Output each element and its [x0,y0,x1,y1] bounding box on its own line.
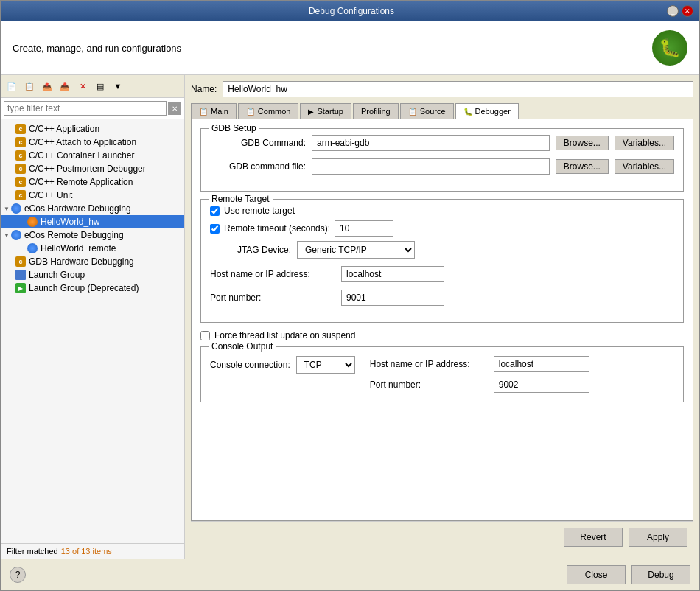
tree-item-launch-group-dep[interactable]: ▶ Launch Group (Deprecated) [1,281,184,295]
console-output-label: Console Output [209,341,276,352]
launch-green-icon: ▶ [15,283,26,293]
c-icon: c [15,177,26,187]
force-thread-row: Force thread list update on suspend [200,330,684,340]
filter-input[interactable] [4,101,167,116]
new-config-button[interactable]: 📄 [4,78,20,94]
tree-item-cpp-container[interactable]: c C/C++ Container Launcher [1,149,184,162]
debug-icon: 🐛 [652,30,687,66]
duplicate-config-button[interactable]: 📋 [21,78,38,94]
tab-main-icon: 📋 [199,108,208,116]
port-input[interactable] [341,290,444,306]
window-title: Debug Configurations [36,6,667,16]
delete-config-button[interactable]: ✕ [74,78,91,94]
minimize-button[interactable]: _ [667,5,679,17]
remote-target-label: Remote Target [209,194,273,204]
gdb-file-browse-button[interactable]: Browse... [556,159,609,174]
close-button[interactable]: Close [567,565,626,584]
force-thread-checkbox[interactable] [200,331,210,340]
collapse-button[interactable]: ▤ [92,78,108,94]
tree-item-helloworld-hw[interactable]: HelloWorld_hw [1,215,184,228]
tree-item-launch-group[interactable]: Launch Group [1,268,184,281]
console-connection-select[interactable]: TCP UDP [296,356,355,374]
tab-startup-label: Startup [317,107,343,116]
tab-source[interactable]: 📋 Source [400,103,454,119]
tree-item-cpp-app[interactable]: c C/C++ Application [1,122,184,136]
host-input[interactable] [341,266,444,282]
tree-item-label: eCos Hardware Debugging [24,203,131,214]
remote-timeout-label: Remote timeout (seconds): [224,223,330,234]
debug-button[interactable]: Debug [631,565,690,584]
tab-source-icon: 📋 [408,108,417,116]
console-port-input[interactable] [494,377,589,393]
name-row: Name: [191,81,693,97]
use-remote-row: Use remote target [210,206,674,216]
console-connection-label: Console connection: [210,360,290,370]
right-panel: Name: 📋 Main 📋 Common ▶ Startup Pr [185,75,699,559]
gdb-command-label: GDB Command: [210,138,306,148]
tree-item-cpp-remote[interactable]: c C/C++ Remote Application [1,175,184,189]
export-config-button[interactable]: 📤 [39,78,55,94]
console-host-input[interactable] [494,356,589,372]
tab-startup-icon: ▶ [308,108,314,116]
tree-item-label: C/C++ Container Launcher [29,150,134,161]
port-label: Port number: [210,293,335,303]
config-name-input[interactable] [223,81,693,97]
c-icon: c [15,137,26,147]
close-window-button[interactable]: ✕ [682,5,693,17]
help-button[interactable]: ? [10,567,26,583]
apply-button[interactable]: Apply [629,528,687,547]
name-label: Name: [191,84,217,94]
dialog-footer: ? Close Debug [1,559,699,590]
tree-item-gdb-hw[interactable]: c GDB Hardware Debugging [1,255,184,268]
gdb-file-variables-button[interactable]: Variables... [615,159,674,174]
remote-timeout-row: Remote timeout (seconds): [210,220,674,237]
tree-item-ecos-hw[interactable]: ▼ eCos Hardware Debugging [1,202,184,215]
use-remote-checkbox[interactable] [210,206,220,216]
gdb-variables-button[interactable]: Variables... [615,136,674,150]
console-host-label: Host name or IP address: [370,359,488,369]
gdb-file-label: GDB command file: [210,161,306,172]
filter-matched-count: 13 of 13 items [61,547,112,556]
tab-common[interactable]: 📋 Common [238,103,299,119]
tree-item-ecos-remote[interactable]: ▼ eCos Remote Debugging [1,228,184,242]
expand-icon: ▼ [4,232,10,239]
tab-startup[interactable]: ▶ Startup [300,103,351,119]
import-config-button[interactable]: 📥 [57,78,73,94]
tab-main[interactable]: 📋 Main [191,103,237,119]
filter-clear-button[interactable]: ✕ [168,102,181,115]
config-toolbar: 📄 📋 📤 📥 ✕ ▤ ▼ [1,75,184,98]
bug-blue-icon [27,243,38,253]
c-icon: c [15,256,26,267]
console-port-label: Port number: [370,380,488,390]
tree-item-helloworld-remote[interactable]: HelloWorld_remote [1,242,184,255]
tree-item-cpp-attach[interactable]: c C/C++ Attach to Application [1,136,184,149]
host-row: Host name or IP address: [210,266,674,282]
tree-item-cpp-postmortem[interactable]: c C/C++ Postmortem Debugger [1,162,184,175]
port-row: Port number: [210,290,674,306]
revert-button[interactable]: Revert [564,528,623,547]
tab-debugger-label: Debugger [475,107,511,116]
tree-item-cpp-unit[interactable]: c C/C++ Unit [1,189,184,202]
remote-target-group: Remote Target Use remote target Remote t… [200,199,684,323]
gdb-command-input[interactable] [312,135,550,151]
remote-timeout-checkbox[interactable] [210,224,220,234]
gdb-file-input[interactable] [312,158,550,175]
jtag-select[interactable]: Generic TCP/IP OpenOCD [297,241,415,259]
tree-item-label: eCos Remote Debugging [24,230,124,240]
title-bar-buttons: _ ✕ [667,5,693,17]
gdb-command-row: GDB Command: Browse... Variables... [210,135,674,151]
gdb-browse-button[interactable]: Browse... [556,136,609,150]
c-icon: c [15,164,26,174]
tab-debugger[interactable]: 🐛 Debugger [455,103,519,119]
config-tree: c C/C++ Application c C/C++ Attach to Ap… [1,119,184,543]
tab-profiling[interactable]: Profiling [353,103,399,119]
remote-timeout-input[interactable] [335,220,393,237]
title-bar: Debug Configurations _ ✕ [1,1,699,21]
menu-button[interactable]: ▼ [110,78,126,94]
tree-item-label: Launch Group (Deprecated) [29,283,139,293]
dialog-body: 📄 📋 📤 📥 ✕ ▤ ▼ ✕ c C/C++ Application [1,75,699,559]
jtag-row: JTAG Device: Generic TCP/IP OpenOCD [210,241,674,259]
tree-item-label: Launch Group [29,270,85,280]
tab-source-label: Source [420,107,446,116]
tree-item-label: C/C++ Application [29,124,99,134]
